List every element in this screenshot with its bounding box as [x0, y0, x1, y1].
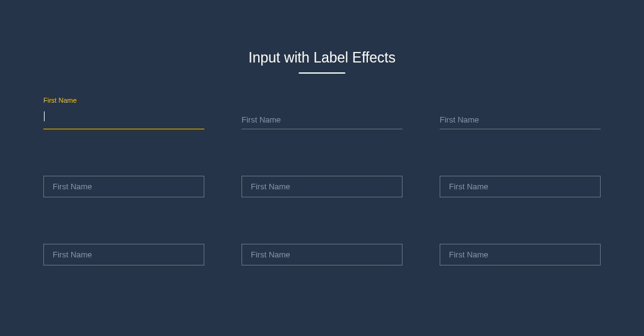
input-first-name-9[interactable]	[440, 244, 601, 265]
text-cursor	[44, 111, 45, 121]
input-grid: First Name	[40, 108, 604, 265]
input-first-name-4[interactable]	[43, 176, 204, 197]
field-first-name-3	[440, 108, 601, 129]
field-first-name-9	[440, 244, 601, 265]
main-container: Input with Label Effects First Name	[0, 0, 644, 265]
field-first-name-6	[440, 176, 601, 197]
input-first-name-5[interactable]	[242, 176, 402, 197]
header: Input with Label Effects	[40, 50, 604, 74]
input-first-name-3[interactable]	[440, 108, 601, 129]
page-title: Input with Label Effects	[248, 50, 395, 74]
field-first-name-4	[43, 176, 204, 197]
field-first-name-5	[242, 176, 402, 197]
field-first-name-2	[242, 108, 402, 129]
input-first-name-7[interactable]	[43, 244, 204, 265]
floating-label: First Name	[43, 97, 77, 104]
input-first-name-8[interactable]	[242, 244, 402, 265]
input-first-name-1[interactable]	[43, 108, 204, 129]
field-first-name-7	[43, 244, 204, 265]
field-first-name-8	[242, 244, 402, 265]
field-first-name-1: First Name	[43, 108, 204, 129]
input-first-name-6[interactable]	[440, 176, 601, 197]
input-first-name-2[interactable]	[242, 108, 402, 129]
